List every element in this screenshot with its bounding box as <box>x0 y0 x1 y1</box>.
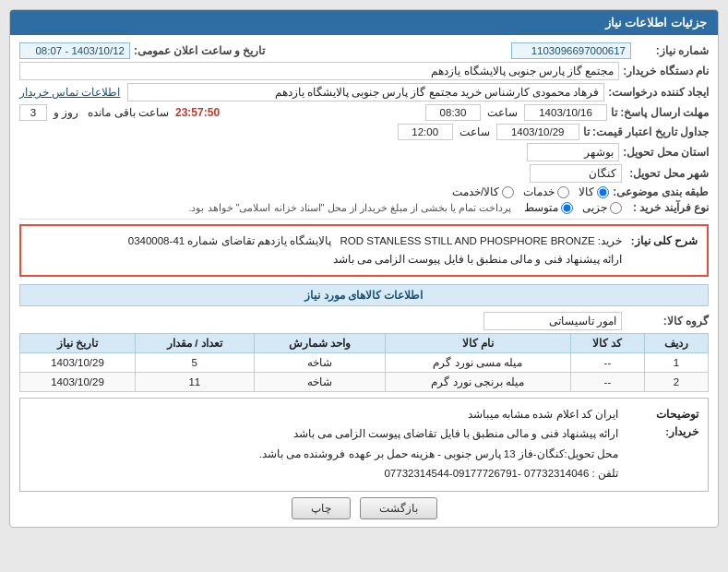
mohlet-label: مهلت ارسال پاسخ: تا <box>611 106 709 119</box>
saat-label2: ساعت <box>459 125 490 138</box>
cell-vahed-2: شاخه <box>254 372 385 391</box>
row-mohlet: مهلت ارسال پاسخ: تا 1403/10/16 ساعت 08:3… <box>19 104 709 121</box>
row-shahr: شهر محل تحویل: کنگان <box>19 164 709 183</box>
print-button[interactable]: چاپ <box>292 497 351 519</box>
table-row: 2 -- میله برنجی نورد گرم شاخه 11 1403/10… <box>20 372 709 391</box>
cell-tarikh-2: 1403/10/29 <box>20 372 136 391</box>
cell-tarikh-1: 1403/10/29 <box>20 352 136 372</box>
th-tedad: تعداد / مقدار <box>136 333 255 352</box>
th-radif: ردیف <box>644 333 708 352</box>
page-container: جزئیات اطلاعات نیاز شماره نیاز: 11030966… <box>0 0 728 572</box>
radio-jozii-label: جزیی <box>582 201 607 214</box>
radio-kala-item[interactable]: کالا <box>579 185 609 198</box>
grohe-value: امور تاسیساتی <box>483 312 622 330</box>
saat-label: ساعت <box>487 106 518 119</box>
btn-row: بازگشت چاپ <box>19 497 709 519</box>
sharh-line2: ارائه پیشنهاد فنی و مالی منطبق با فایل پ… <box>30 251 622 268</box>
kala-section-title: اطلاعات کالاهای مورد نیاز <box>19 284 709 306</box>
row-shomare-tarikh: شماره نیاز: 1103096697000617 تاریخ و ساع… <box>19 42 709 59</box>
radio-kala-khadamat-input[interactable] <box>502 186 514 198</box>
kala-table: ردیف کد کالا نام کالا واحد شمارش تعداد /… <box>19 333 709 392</box>
cell-nam-1: میله مسی نورد گرم <box>385 352 570 372</box>
dastgah-label: نام دستگاه خریدار: <box>623 65 709 77</box>
radio-kala-input[interactable] <box>597 186 609 198</box>
row-farayand: نوع فرآیند خرید : جزیی متوسط پرداخت تمام… <box>19 201 709 214</box>
radio-motavasset-item[interactable]: متوسط <box>524 201 573 214</box>
mohlet-rooz: 3 <box>19 104 47 121</box>
row-jadval: جداول تاریخ اعتبار قیمت: تا 1403/10/29 س… <box>19 124 709 140</box>
card-header: جزئیات اطلاعات نیاز <box>10 10 718 35</box>
ostan-label: استان محل تحویل: <box>623 146 709 159</box>
ijad-label: ایجاد کننده درخواست: <box>608 86 709 99</box>
table-row: 1 -- میله مسی نورد گرم شاخه 5 1403/10/29 <box>20 352 709 372</box>
back-button[interactable]: بازگشت <box>360 497 437 519</box>
cell-nam-2: میله برنجی نورد گرم <box>385 372 570 391</box>
radio-jozii-item[interactable]: جزیی <box>582 201 622 214</box>
sharh-title-cell: شرح کلی نیاز: <box>624 232 698 268</box>
cell-tedad-1: 5 <box>136 352 255 372</box>
row-grohe-kala: گروه کالا: امور تاسیساتی <box>19 312 709 330</box>
farayand-label: نوع فرآیند خرید : <box>626 201 709 214</box>
grohe-label: گروه کالا: <box>626 315 709 328</box>
tarikh-label: تاریخ و ساعت اعلان عمومی: <box>134 44 265 57</box>
etelaat-link[interactable]: اطلاعات تماس خریدار <box>19 86 120 99</box>
main-card: جزئیات اطلاعات نیاز شماره نیاز: 11030966… <box>9 9 719 528</box>
dastgah-value: مجتمع گاز پارس جنوبی پالایشگاه یازدهم <box>19 62 619 80</box>
tozih-title: توضیحات خریدار: <box>656 409 698 438</box>
tabaqe-radios: کالا خدمات کالا/خدمت <box>452 185 609 198</box>
cell-tedad-2: 11 <box>136 372 255 391</box>
shomare-value: 1103096697000617 <box>511 42 631 59</box>
jadval-date: 1403/10/29 <box>496 124 579 140</box>
tozih-content-cell: ایران کد اعلام شده مشابه میباشد ارائه پی… <box>30 406 618 483</box>
farayand-note: پرداخت تمام یا بخشی از مبلغ خریدار از مح… <box>188 202 511 214</box>
tozih-title-cell: توضیحات خریدار: <box>620 406 698 483</box>
radio-khadamat-input[interactable] <box>557 186 569 198</box>
radio-kala-khadamat-label: کالا/خدمت <box>452 185 499 198</box>
radio-jozii-input[interactable] <box>610 202 622 214</box>
th-tarikh: تاریخ نیاز <box>20 333 136 352</box>
mohlet-time: 08:30 <box>425 104 481 121</box>
radio-motavasset-label: متوسط <box>524 201 558 214</box>
radio-khadamat-label: خدمات <box>523 185 555 198</box>
card-body: شماره نیاز: 1103096697000617 تاریخ و ساع… <box>10 35 718 527</box>
cell-vahed-1: شاخه <box>254 352 385 372</box>
ijad-value: فرهاد محمودی کارشناس خرید مجتمع گاز پارس… <box>127 83 604 101</box>
th-nam: نام کالا <box>385 333 570 352</box>
table-header-row: ردیف کد کالا نام کالا واحد شمارش تعداد /… <box>20 333 709 352</box>
farayand-radios: جزیی متوسط <box>524 201 622 214</box>
sharh-content-cell: خرید: ROD STANLESS STILL AND PHOSPHORE B… <box>30 232 622 268</box>
th-kod: کد کالا <box>570 333 644 352</box>
tozih-line4: تلفن : 07732314046 -09177726791-07732314… <box>30 465 618 483</box>
sharh-title: شرح کلی نیاز: <box>631 235 698 246</box>
radio-kala-khadamat-item[interactable]: کالا/خدمت <box>452 185 514 198</box>
tabaqe-label: طبقه بندی موضوعی: <box>613 185 709 198</box>
radio-kala-label: کالا <box>579 185 594 198</box>
cell-radif-2: 2 <box>644 372 708 391</box>
radio-motavasset-input[interactable] <box>561 202 573 214</box>
tarikh-value: 1403/10/12 - 08:07 <box>19 42 130 59</box>
tozih-line2: ارائه پیشنهاد فنی و مالی منطبق با فایل ت… <box>30 425 618 444</box>
ostan-value: بوشهر <box>527 143 619 161</box>
shahr-value: کنگان <box>530 164 622 183</box>
cell-radif-1: 1 <box>644 352 708 372</box>
page-title: جزئیات اطلاعات نیاز <box>605 16 707 30</box>
divider1 <box>19 219 709 220</box>
jadval-time: 12:00 <box>398 124 453 140</box>
radio-khadamat-item[interactable]: خدمات <box>523 185 569 198</box>
mohlet-date: 1403/10/16 <box>524 104 607 121</box>
tozih-box: توضیحات خریدار: ایران کد اعلام شده مشابه… <box>19 398 709 492</box>
cell-kod-2: -- <box>570 372 644 391</box>
row-ijad: ایجاد کننده درخواست: فرهاد محمودی کارشنا… <box>19 83 709 101</box>
tozih-line1: ایران کد اعلام شده مشابه میباشد <box>30 406 618 424</box>
sharh-table: شرح کلی نیاز: خرید: ROD STANLESS STILL A… <box>29 231 699 270</box>
saat-suffix: ساعت باقی مانده <box>88 106 169 119</box>
time-remaining: 23:57:50 <box>175 106 220 119</box>
row-dastgah: نام دستگاه خریدار: مجتمع گاز پارس جنوبی … <box>19 62 709 80</box>
jadval-label: جداول تاریخ اعتبار قیمت: تا <box>583 125 709 138</box>
shomare-label: شماره نیاز: <box>635 44 709 57</box>
th-vahed: واحد شمارش <box>254 333 385 352</box>
tozih-line3: محل تحویل:کنگان-فاز 13 پارس جنوبی - هزین… <box>30 446 618 464</box>
row-tabaqe: طبقه بندی موضوعی: کالا خدمات کالا/خدمت <box>19 185 709 198</box>
rooz-label: روز و <box>54 106 78 119</box>
sharh-box: شرح کلی نیاز: خرید: ROD STANLESS STILL A… <box>19 224 709 277</box>
